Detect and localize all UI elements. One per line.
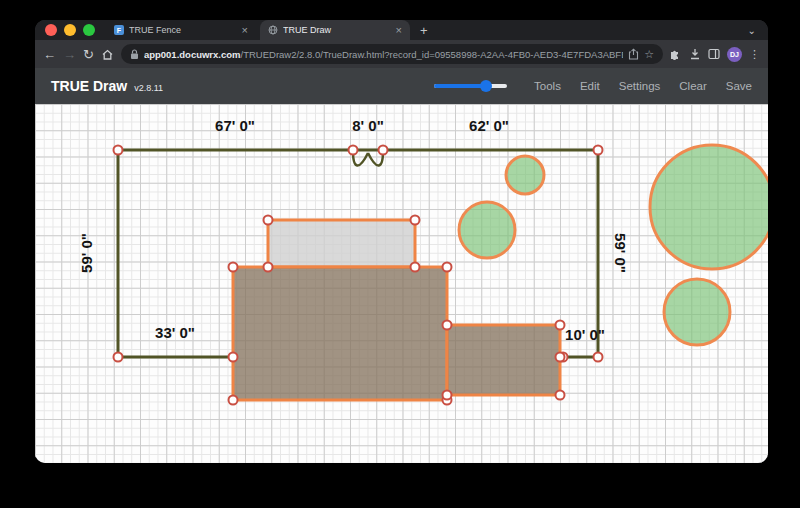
dimension-label: 8' 0": [352, 117, 384, 134]
tab-search-chevron-icon[interactable]: ⌄: [748, 25, 756, 36]
menu-tools[interactable]: Tools: [534, 80, 561, 92]
globe-favicon-icon: [268, 25, 278, 35]
gate-icon[interactable]: [353, 151, 383, 166]
dimension-label: 59' 0": [612, 233, 629, 273]
vertex-handle[interactable]: [443, 321, 452, 330]
close-tab-icon[interactable]: ×: [242, 25, 248, 36]
tree-circle[interactable]: [664, 279, 730, 345]
vertex-handle[interactable]: [443, 263, 452, 272]
app-version: v2.8.11: [134, 83, 163, 93]
vertex-handle[interactable]: [443, 391, 452, 400]
menu-settings[interactable]: Settings: [619, 80, 661, 92]
profile-avatar[interactable]: DJ: [727, 47, 742, 62]
minimize-window-button[interactable]: [64, 24, 76, 36]
tree-circle[interactable]: [506, 156, 544, 194]
vertex-handle[interactable]: [114, 146, 123, 155]
browser-window: F TRUE Fence × TRUE Draw × + ⌄ ← → ↻: [35, 20, 768, 463]
vertex-handle[interactable]: [379, 146, 388, 155]
back-icon[interactable]: ←: [43, 48, 56, 61]
vertex-handle[interactable]: [229, 263, 238, 272]
vertex-handle[interactable]: [229, 396, 238, 405]
zoom-slider[interactable]: [434, 80, 507, 92]
reload-icon[interactable]: ↻: [83, 48, 94, 61]
bookmark-star-icon[interactable]: ☆: [644, 48, 654, 61]
main-building[interactable]: [233, 267, 447, 400]
vertex-handle[interactable]: [349, 146, 358, 155]
vertex-handle[interactable]: [594, 146, 603, 155]
desktop: { "window": { "traffic_lights": { "close…: [0, 0, 800, 508]
tree-circle[interactable]: [650, 145, 768, 269]
tab-bar: F TRUE Fence × TRUE Draw × + ⌄: [35, 20, 768, 40]
drawing-canvas[interactable]: 67' 0"8' 0"62' 0"59' 0"59' 0"33' 0"10' 0…: [35, 104, 768, 463]
zoom-slider-fill: [434, 84, 486, 88]
vertex-handle[interactable]: [264, 263, 273, 272]
close-window-button[interactable]: [45, 24, 57, 36]
dimension-label: 33' 0": [155, 324, 195, 341]
drawing-svg[interactable]: 67' 0"8' 0"62' 0"59' 0"59' 0"33' 0"10' 0…: [35, 104, 768, 463]
zoom-window-button[interactable]: [83, 24, 95, 36]
vertex-handle[interactable]: [556, 321, 565, 330]
tab-title: TRUE Draw: [283, 25, 391, 35]
vertex-handle[interactable]: [411, 216, 420, 225]
downloads-icon[interactable]: [689, 48, 701, 60]
side-building[interactable]: [447, 325, 560, 395]
browser-menu-icon[interactable]: ⋮: [749, 48, 760, 61]
address-bar[interactable]: app001.docuwrx.com/TRUEDraw2/2.8.0/TrueD…: [121, 44, 663, 64]
app-menu: Tools Edit Settings Clear Save: [434, 80, 752, 92]
vertex-handle[interactable]: [556, 391, 565, 400]
menu-edit[interactable]: Edit: [580, 80, 600, 92]
vertex-handle[interactable]: [411, 263, 420, 272]
dimension-label: 62' 0": [469, 117, 509, 134]
url-text[interactable]: app001.docuwrx.com/TRUEDraw2/2.8.0/TrueD…: [144, 49, 623, 60]
vertex-handle[interactable]: [114, 353, 123, 362]
vertex-handle[interactable]: [556, 353, 565, 362]
zoom-slider-thumb[interactable]: [480, 80, 492, 92]
dimension-label: 67' 0": [215, 117, 255, 134]
dimension-label: 10' 0": [565, 326, 605, 343]
vertex-handle[interactable]: [594, 353, 603, 362]
forward-icon[interactable]: →: [63, 48, 76, 61]
tab-true-fence[interactable]: F TRUE Fence ×: [106, 20, 256, 40]
tree-circle[interactable]: [459, 202, 515, 258]
vertex-handle[interactable]: [264, 216, 273, 225]
home-icon[interactable]: [101, 48, 114, 61]
tab-true-draw[interactable]: TRUE Draw ×: [260, 20, 410, 40]
dimension-label: 59' 0": [78, 233, 95, 273]
tab-title: TRUE Fence: [129, 25, 237, 35]
lock-icon: [130, 49, 139, 60]
menu-save[interactable]: Save: [726, 80, 752, 92]
true-fence-favicon-icon: F: [114, 25, 124, 35]
url-domain: app001.docuwrx.com: [144, 49, 241, 60]
vertex-handle[interactable]: [229, 353, 238, 362]
menu-clear[interactable]: Clear: [679, 80, 706, 92]
new-tab-button[interactable]: +: [420, 23, 428, 38]
side-panel-icon[interactable]: [708, 48, 720, 60]
gray-structure[interactable]: [268, 220, 415, 267]
app-title: TRUE Draw: [51, 78, 127, 94]
app-toolbar: TRUE Draw v2.8.11 Tools Edit Settings Cl…: [35, 68, 768, 104]
url-path: /TRUEDraw2/2.8.0/TrueDraw.html?record_id…: [241, 49, 624, 60]
close-tab-icon[interactable]: ×: [396, 25, 402, 36]
browser-toolbar: ← → ↻ app001.docuwrx.com/TRUEDraw2/2.8.0…: [35, 40, 768, 68]
extensions-icon[interactable]: [670, 48, 682, 60]
share-icon[interactable]: [628, 48, 639, 60]
